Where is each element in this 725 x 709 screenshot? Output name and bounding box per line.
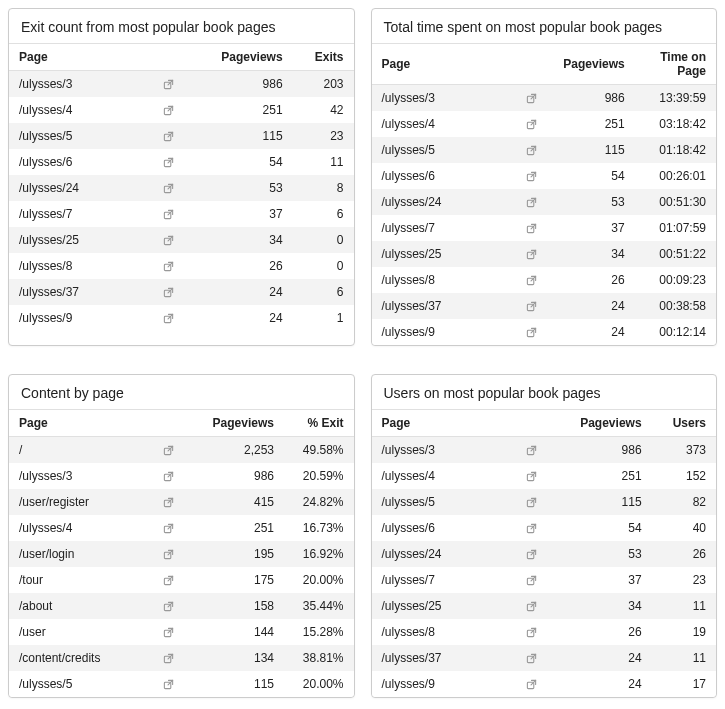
external-link-icon[interactable] — [526, 119, 537, 130]
cell-icon[interactable] — [147, 463, 191, 489]
cell-icon[interactable] — [147, 71, 191, 98]
external-link-icon[interactable] — [526, 627, 537, 638]
external-link-icon[interactable] — [163, 497, 174, 508]
external-link-icon[interactable] — [163, 653, 174, 664]
cell-icon[interactable] — [509, 215, 553, 241]
cell-icon[interactable] — [509, 85, 553, 112]
external-link-icon[interactable] — [526, 223, 537, 234]
cell-icon[interactable] — [509, 671, 553, 697]
cell-page[interactable]: /ulysses/5 — [9, 671, 147, 697]
external-link-icon[interactable] — [526, 249, 537, 260]
col-page[interactable]: Page — [9, 44, 147, 71]
cell-icon[interactable] — [509, 111, 553, 137]
external-link-icon[interactable] — [526, 549, 537, 560]
external-link-icon[interactable] — [526, 523, 537, 534]
cell-page[interactable]: /ulysses/8 — [9, 253, 147, 279]
cell-page[interactable]: /ulysses/37 — [372, 293, 510, 319]
cell-icon[interactable] — [509, 437, 553, 464]
cell-page[interactable]: /ulysses/7 — [9, 201, 147, 227]
external-link-icon[interactable] — [163, 549, 174, 560]
cell-icon[interactable] — [509, 163, 553, 189]
external-link-icon[interactable] — [163, 105, 174, 116]
cell-icon[interactable] — [147, 515, 191, 541]
cell-icon[interactable] — [147, 619, 191, 645]
cell-page[interactable]: /ulysses/4 — [9, 97, 147, 123]
cell-icon[interactable] — [509, 619, 553, 645]
cell-page[interactable]: /ulysses/6 — [372, 163, 510, 189]
cell-page[interactable]: /ulysses/3 — [372, 85, 510, 112]
col-time-on-page[interactable]: Time on Page — [635, 44, 716, 85]
col-pageviews[interactable]: Pageviews — [553, 44, 634, 85]
cell-page[interactable]: /ulysses/5 — [372, 489, 510, 515]
external-link-icon[interactable] — [163, 601, 174, 612]
external-link-icon[interactable] — [163, 209, 174, 220]
external-link-icon[interactable] — [163, 627, 174, 638]
cell-icon[interactable] — [147, 201, 191, 227]
cell-page[interactable]: /user — [9, 619, 147, 645]
external-link-icon[interactable] — [526, 575, 537, 586]
cell-icon[interactable] — [147, 97, 191, 123]
cell-icon[interactable] — [147, 227, 191, 253]
cell-page[interactable]: /ulysses/8 — [372, 267, 510, 293]
cell-page[interactable]: /ulysses/9 — [372, 671, 510, 697]
cell-page[interactable]: /user/register — [9, 489, 147, 515]
external-link-icon[interactable] — [526, 653, 537, 664]
cell-page[interactable]: /ulysses/37 — [9, 279, 147, 305]
cell-icon[interactable] — [147, 175, 191, 201]
cell-icon[interactable] — [509, 137, 553, 163]
external-link-icon[interactable] — [526, 601, 537, 612]
cell-page[interactable]: /tour — [9, 567, 147, 593]
cell-icon[interactable] — [509, 319, 553, 345]
cell-icon[interactable] — [147, 671, 191, 697]
cell-icon[interactable] — [147, 645, 191, 671]
cell-icon[interactable] — [147, 279, 191, 305]
external-link-icon[interactable] — [163, 445, 174, 456]
cell-page[interactable]: /ulysses/8 — [372, 619, 510, 645]
external-link-icon[interactable] — [526, 145, 537, 156]
cell-page[interactable]: /ulysses/3 — [9, 71, 147, 98]
cell-icon[interactable] — [147, 593, 191, 619]
cell-page[interactable]: /ulysses/37 — [372, 645, 510, 671]
external-link-icon[interactable] — [163, 79, 174, 90]
external-link-icon[interactable] — [163, 523, 174, 534]
cell-icon[interactable] — [509, 593, 553, 619]
cell-page[interactable]: /ulysses/24 — [372, 189, 510, 215]
cell-icon[interactable] — [509, 541, 553, 567]
external-link-icon[interactable] — [163, 679, 174, 690]
cell-icon[interactable] — [509, 463, 553, 489]
external-link-icon[interactable] — [526, 93, 537, 104]
col-pct-exit[interactable]: % Exit — [284, 410, 354, 437]
cell-icon[interactable] — [509, 293, 553, 319]
cell-page[interactable]: /content/credits — [9, 645, 147, 671]
cell-page[interactable]: /ulysses/4 — [372, 463, 510, 489]
cell-page[interactable]: /ulysses/3 — [372, 437, 510, 464]
external-link-icon[interactable] — [163, 287, 174, 298]
cell-icon[interactable] — [147, 305, 191, 331]
cell-icon[interactable] — [147, 567, 191, 593]
cell-icon[interactable] — [147, 541, 191, 567]
external-link-icon[interactable] — [526, 275, 537, 286]
external-link-icon[interactable] — [163, 261, 174, 272]
cell-page[interactable]: /ulysses/9 — [9, 305, 147, 331]
col-pageviews[interactable]: Pageviews — [191, 410, 284, 437]
col-pageviews[interactable]: Pageviews — [553, 410, 651, 437]
cell-icon[interactable] — [509, 189, 553, 215]
cell-icon[interactable] — [147, 253, 191, 279]
external-link-icon[interactable] — [163, 183, 174, 194]
external-link-icon[interactable] — [526, 445, 537, 456]
cell-page[interactable]: /ulysses/6 — [372, 515, 510, 541]
external-link-icon[interactable] — [163, 235, 174, 246]
cell-page[interactable]: /ulysses/24 — [9, 175, 147, 201]
cell-page[interactable]: /ulysses/25 — [372, 241, 510, 267]
cell-icon[interactable] — [509, 267, 553, 293]
external-link-icon[interactable] — [163, 575, 174, 586]
external-link-icon[interactable] — [526, 471, 537, 482]
cell-page[interactable]: /ulysses/5 — [372, 137, 510, 163]
cell-page[interactable]: /ulysses/9 — [372, 319, 510, 345]
col-page[interactable]: Page — [372, 410, 510, 437]
cell-page[interactable]: /ulysses/6 — [9, 149, 147, 175]
col-page[interactable]: Page — [372, 44, 510, 85]
cell-page[interactable]: /ulysses/25 — [372, 593, 510, 619]
cell-icon[interactable] — [509, 567, 553, 593]
cell-icon[interactable] — [147, 149, 191, 175]
